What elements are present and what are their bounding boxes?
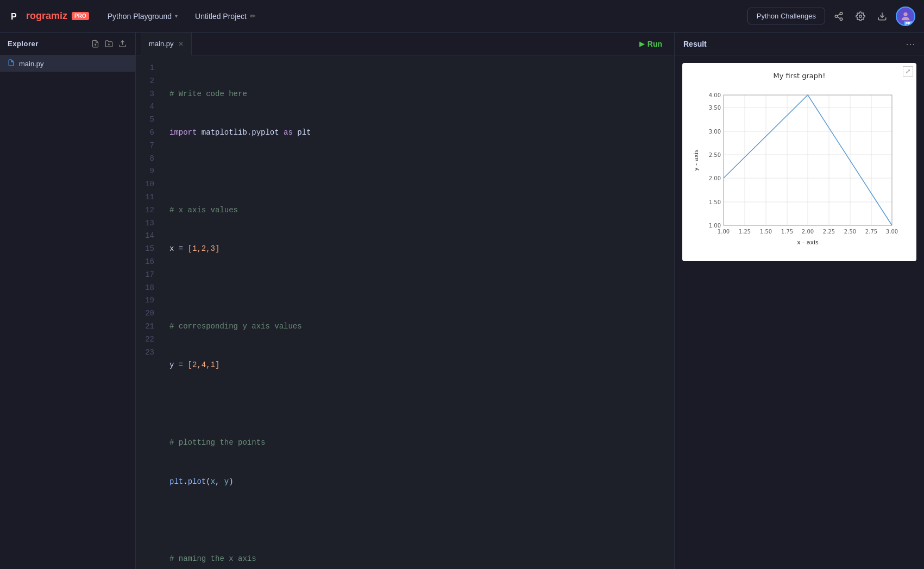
result-header: Result ⋯ bbox=[675, 33, 924, 55]
more-options-button[interactable]: ⋯ bbox=[906, 38, 915, 50]
code-line-5: x = [1,2,3] bbox=[169, 243, 668, 256]
svg-text:1.50: 1.50 bbox=[709, 199, 721, 205]
svg-text:3.00: 3.00 bbox=[709, 129, 721, 135]
avatar-pro-badge: PRO bbox=[904, 21, 915, 26]
code-line-11: plt.plot(x, y) bbox=[169, 476, 668, 489]
svg-text:1.00: 1.00 bbox=[718, 229, 730, 235]
svg-point-2 bbox=[840, 12, 843, 15]
settings-button[interactable] bbox=[852, 8, 869, 24]
svg-text:2.50: 2.50 bbox=[709, 152, 721, 158]
code-line-1: # Write code here bbox=[169, 88, 668, 101]
topbar-right: Python Challenges PRO bbox=[747, 7, 915, 26]
tab-label: main.py bbox=[149, 40, 174, 48]
svg-text:3.00: 3.00 bbox=[886, 229, 898, 235]
chevron-down-icon: ▾ bbox=[175, 13, 178, 19]
logo-area: P rogramiz PRO bbox=[9, 9, 89, 24]
explorer-title: Explorer bbox=[8, 40, 39, 48]
svg-text:3.50: 3.50 bbox=[709, 105, 721, 111]
editor-tabs: main.py ✕ ▶ Run bbox=[136, 33, 674, 55]
challenges-button[interactable]: Python Challenges bbox=[747, 8, 825, 24]
avatar[interactable]: PRO bbox=[896, 7, 915, 26]
code-line-7: # corresponding y axis values bbox=[169, 320, 668, 333]
playground-button[interactable]: Python Playground ▾ bbox=[102, 9, 183, 24]
user-avatar-icon bbox=[900, 10, 912, 22]
code-line-4: # x axis values bbox=[169, 204, 668, 217]
code-line-13: # naming the x axis bbox=[169, 553, 668, 562]
pro-badge: PRO bbox=[72, 12, 89, 20]
run-label: Run bbox=[648, 40, 662, 48]
svg-point-4 bbox=[840, 18, 843, 21]
svg-text:1.25: 1.25 bbox=[739, 229, 751, 235]
editor-area: main.py ✕ ▶ Run 12345 678910 1112131415 … bbox=[136, 33, 674, 569]
svg-text:P: P bbox=[11, 12, 17, 21]
tab-main-py[interactable]: main.py ✕ bbox=[141, 33, 192, 55]
svg-text:2.00: 2.00 bbox=[709, 175, 721, 181]
sidebar: Explorer bbox=[0, 33, 136, 569]
svg-line-6 bbox=[837, 14, 840, 15]
share-button[interactable] bbox=[831, 8, 847, 24]
code-line-3 bbox=[169, 165, 668, 178]
code-line-12 bbox=[169, 514, 668, 527]
result-panel: Result ⋯ ⤢ My first graph! bbox=[674, 33, 924, 569]
svg-text:2.75: 2.75 bbox=[865, 229, 877, 235]
svg-line-5 bbox=[837, 17, 840, 18]
svg-text:4.00: 4.00 bbox=[709, 92, 721, 98]
download-button[interactable] bbox=[874, 8, 890, 24]
code-line-2: import matplotlib.pyplot as plt bbox=[169, 127, 668, 140]
main-layout: Explorer bbox=[0, 33, 924, 569]
svg-text:1.75: 1.75 bbox=[781, 229, 793, 235]
svg-text:1.00: 1.00 bbox=[709, 223, 721, 229]
explorer-header: Explorer bbox=[0, 33, 135, 55]
svg-text:2.25: 2.25 bbox=[823, 229, 835, 235]
code-line-9 bbox=[169, 398, 668, 411]
code-content[interactable]: # Write code here import matplotlib.pypl… bbox=[163, 62, 674, 562]
svg-text:2.00: 2.00 bbox=[802, 229, 814, 235]
file-icon bbox=[8, 59, 15, 68]
run-icon: ▶ bbox=[639, 40, 644, 48]
topbar: P rogramiz PRO Python Playground ▾ Untit… bbox=[0, 0, 924, 33]
result-title: Result bbox=[683, 40, 707, 48]
svg-point-3 bbox=[835, 15, 838, 17]
tab-close-button[interactable]: ✕ bbox=[178, 41, 184, 47]
svg-text:1.50: 1.50 bbox=[760, 229, 772, 235]
graph-expand-button[interactable]: ⤢ bbox=[903, 66, 913, 77]
y-axis-label: y - axis bbox=[693, 149, 700, 171]
svg-point-9 bbox=[903, 12, 907, 16]
code-editor[interactable]: 12345 678910 1112131415 1617181920 21222… bbox=[136, 55, 674, 569]
x-axis-label: x - axis bbox=[797, 239, 819, 246]
project-name[interactable]: Untitled Project ✏ bbox=[190, 9, 261, 24]
explorer-actions bbox=[90, 39, 128, 49]
new-folder-button[interactable] bbox=[104, 39, 114, 49]
svg-point-7 bbox=[859, 15, 862, 17]
new-file-button[interactable] bbox=[90, 39, 100, 49]
upload-button[interactable] bbox=[117, 39, 128, 49]
file-item-main-py[interactable]: main.py bbox=[0, 55, 135, 72]
playground-label: Python Playground bbox=[108, 12, 172, 21]
run-button[interactable]: ▶ Run bbox=[633, 36, 669, 52]
edit-icon: ✏ bbox=[250, 12, 256, 20]
file-name: main.py bbox=[19, 60, 44, 68]
graph-container: ⤢ My first graph! bbox=[682, 63, 916, 261]
line-numbers: 12345 678910 1112131415 1617181920 21222… bbox=[136, 62, 163, 562]
code-line-10: # plotting the points bbox=[169, 437, 668, 450]
svg-text:2.50: 2.50 bbox=[844, 229, 856, 235]
graph-svg: 1.00 1.50 2.00 2.50 3.00 3.50 4.00 1.00 … bbox=[691, 84, 914, 252]
code-line-6 bbox=[169, 282, 668, 295]
code-line-8: y = [2,4,1] bbox=[169, 359, 668, 372]
graph-title: My first graph! bbox=[691, 72, 908, 80]
logo-text: P rogramiz bbox=[9, 9, 67, 24]
